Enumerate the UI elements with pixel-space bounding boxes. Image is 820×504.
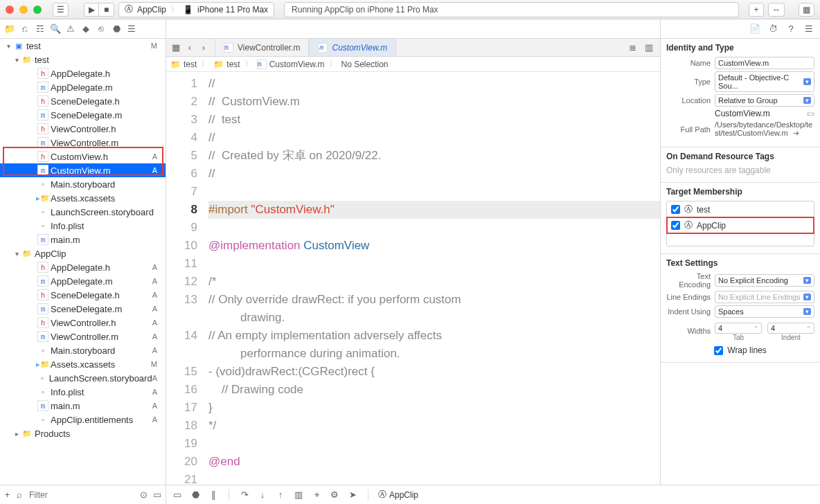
pause-icon[interactable]: ‖ [208,489,219,501]
group-row[interactable]: ▸📁Products [0,426,166,440]
code-line[interactable]: // CustomView.m [208,93,660,111]
name-field[interactable]: CustomView.m [715,57,814,69]
help-inspector-icon[interactable]: ? [785,24,796,35]
code-line[interactable]: // [208,165,660,183]
file-row[interactable]: hSceneDelegate.hA [0,288,166,302]
back-icon[interactable]: ‹ [184,42,195,53]
project-navigator[interactable]: ▾▣testM▾📁testhAppDelegate.hmAppDelegate.… [0,39,166,485]
file-row[interactable]: mmain.mA [0,399,166,413]
target-checkbox[interactable] [671,205,680,214]
file-row[interactable]: ▫LaunchScreen.storyboardA [0,371,166,385]
panels-toggle-icon[interactable]: ▦ [799,3,814,17]
project-root[interactable]: ▾▣testM [0,39,166,53]
editor-tab[interactable]: mViewController.m [215,39,309,56]
jump-seg[interactable]: No Selection [341,60,389,69]
jump-seg[interactable]: CustomView.m [269,60,325,69]
scheme-selector[interactable]: Ⓐ AppClip 〉 📱 iPhone 11 Pro Max [118,2,274,17]
code-line[interactable]: // An empty implementation adversely aff… [208,327,660,345]
line-endings-select[interactable]: No Explicit Line Endings [715,291,814,303]
file-row[interactable]: ▫Info.plist [0,219,166,233]
code-line[interactable]: // [208,75,660,93]
step-out-icon[interactable]: ↑ [275,489,286,501]
filter-input[interactable] [28,489,134,501]
sidebar-toggle-icon[interactable]: ☰ [53,3,69,17]
code-line[interactable]: // Only override drawRect: if you perfor… [208,291,660,309]
forward-icon[interactable]: › [198,42,209,53]
related-items-icon[interactable]: ▦ [170,42,181,53]
file-row[interactable]: ▸📁Assets.xcassets [0,191,166,205]
code-line[interactable] [208,183,660,201]
file-row[interactable]: hViewController.h [0,122,166,136]
step-over-icon[interactable]: ↷ [239,489,250,501]
file-row[interactable]: ▫LaunchScreen.storyboard [0,205,166,219]
group-row[interactable]: ▾📁test [0,53,166,66]
minimize-window[interactable] [19,6,28,14]
jump-bar[interactable]: 📁 test〉 📁 test〉 m CustomView.m〉 No Selec… [166,57,660,72]
file-row[interactable]: mmain.m [0,233,166,246]
code-line[interactable] [208,471,660,485]
code-line[interactable]: */ [208,417,660,435]
hide-debug-icon[interactable]: ▭ [172,489,183,501]
file-row[interactable]: hViewController.hA [0,316,166,330]
file-row[interactable]: mAppDelegate.m [0,80,166,94]
folder-reveal-icon[interactable]: ▭ [807,109,814,118]
file-row[interactable]: ▫Main.storyboard [0,177,166,191]
code-line[interactable]: // test [208,111,660,129]
test-navigator-icon[interactable]: ◆ [80,24,91,35]
file-row[interactable]: ▫Main.storyboardA [0,343,166,357]
file-row[interactable]: mSceneDelegate.mA [0,302,166,316]
code-line[interactable] [208,219,660,237]
issue-navigator-icon[interactable]: ⚠ [65,24,76,35]
line-gutter[interactable]: 123456789101112131415161718192021 [166,72,204,485]
run-button[interactable]: ▶ [84,3,99,17]
code-line[interactable]: // Created by 宋卓 on 2020/9/22. [208,147,660,165]
view-debug-icon[interactable]: ▥ [293,489,304,501]
file-row[interactable]: hAppDelegate.hA [0,260,166,274]
adjust-editor-icon[interactable]: ▥ [643,42,654,53]
zoom-window[interactable] [33,6,42,14]
code-line[interactable]: drawing. [208,309,660,327]
report-navigator-icon[interactable]: ☰ [126,24,137,35]
project-navigator-icon[interactable]: 📁 [4,24,15,35]
file-row[interactable]: hAppDelegate.h [0,66,166,80]
editor-tab[interactable]: mCustomView.m [309,39,396,56]
code-line[interactable]: performance during animation. [208,345,660,363]
breakpoint-navigator-icon[interactable]: ⬣ [111,24,122,35]
code-line[interactable]: } [208,399,660,417]
code-line[interactable]: #import "CustomView.h" [208,201,660,219]
symbol-navigator-icon[interactable]: ☶ [35,24,46,35]
indent-using-select[interactable]: Spaces [715,305,814,318]
add-button[interactable]: + [749,3,764,17]
history-inspector-icon[interactable]: ⏱ [767,24,778,35]
filter-icon[interactable]: ⌕ [16,489,22,501]
indent-width[interactable]: 4 [767,323,814,334]
find-navigator-icon[interactable]: 🔍 [50,24,61,35]
file-row[interactable]: mAppDelegate.mA [0,274,166,288]
env-overrides-icon[interactable]: ⚙ [329,489,340,501]
debug-navigator-icon[interactable]: ⎋ [96,24,107,35]
tab-width[interactable]: 4 [715,323,762,334]
location-icon[interactable]: ➤ [347,489,358,501]
settings-inspector-icon[interactable]: ☰ [803,24,814,35]
toggle-breakpoints-icon[interactable]: ⬣ [190,489,201,501]
group-row[interactable]: ▾📁AppClip [0,246,166,260]
code-line[interactable] [208,255,660,273]
code-line[interactable]: // [208,129,660,147]
file-row[interactable]: ▸📁Assets.xcassetsM [0,357,166,371]
file-inspector-icon[interactable]: 📄 [749,24,760,35]
close-window[interactable] [6,6,14,14]
file-row[interactable]: mSceneDelegate.m [0,108,166,122]
code-line[interactable]: @end [208,453,660,471]
file-row[interactable]: hSceneDelegate.h [0,94,166,108]
add-files-icon[interactable]: + [4,489,10,501]
target-checkbox[interactable] [671,221,680,230]
memory-graph-icon[interactable]: ⌖ [311,489,322,501]
stop-button[interactable]: ■ [99,3,114,17]
code-line[interactable] [208,435,660,453]
text-encoding-select[interactable]: No Explicit Encoding [715,274,814,287]
scm-filter-icon[interactable]: ▭ [153,489,161,501]
jump-seg[interactable]: test [184,60,197,69]
source-control-icon[interactable]: ⎌ [19,24,30,35]
code-line[interactable]: @implementation CustomView [208,237,660,255]
code-line[interactable]: - (void)drawRect:(CGRect)rect { [208,363,660,381]
